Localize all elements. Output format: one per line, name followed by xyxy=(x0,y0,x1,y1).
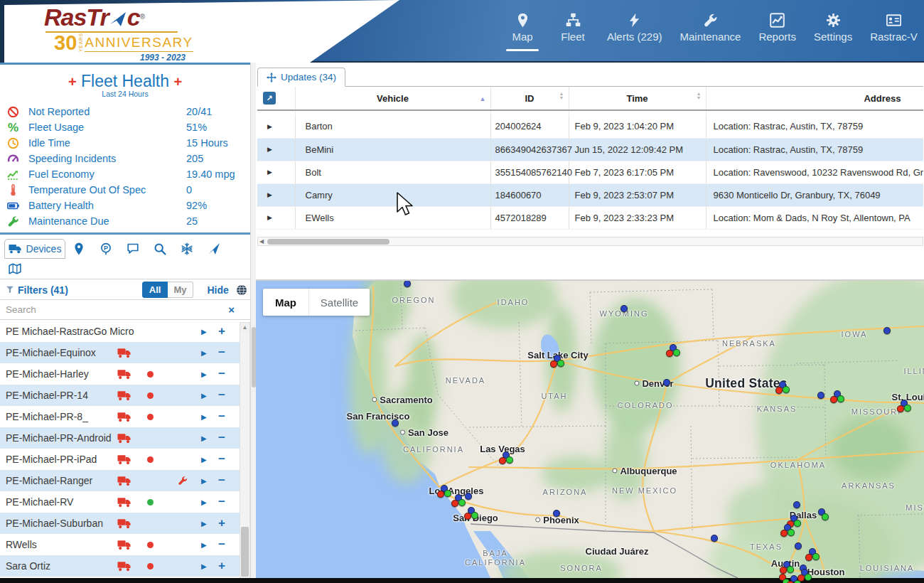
device-row[interactable]: PE-Michael-Suburban ▶ + xyxy=(0,513,240,534)
map-type-satellite-button[interactable]: Satellite xyxy=(308,289,370,316)
search-input[interactable] xyxy=(6,304,228,315)
device-row[interactable]: PE-Michael-RV ▶ − xyxy=(0,491,240,513)
snowflake-tool-icon[interactable] xyxy=(181,242,193,255)
device-expand-arrow[interactable]: ▶ xyxy=(201,349,207,357)
globe-icon[interactable] xyxy=(236,284,247,296)
update-row[interactable]: ▶ BeMini 866349042637367 Jun 15, 2022 12… xyxy=(257,138,923,161)
fleet-health-stat-row[interactable]: Maintenance Due 25 xyxy=(0,213,250,229)
nav-item-reports[interactable]: Reports xyxy=(758,13,796,51)
device-expand-arrow[interactable]: ▶ xyxy=(201,562,207,570)
nav-item-rastrac-v[interactable]: Rastrac-V xyxy=(870,13,918,51)
device-row[interactable]: PE Michael-RastracGo Micro ▶ + xyxy=(0,321,240,342)
fleet-health-stat-row[interactable]: Idle Time 15 Hours xyxy=(0,135,250,151)
fleet-health-stat-row[interactable]: Not Reported 20/41 xyxy=(0,104,250,119)
device-expand-arrow[interactable]: ▶ xyxy=(201,370,207,378)
fleet-health-stat-row[interactable]: Temperature Out Of Spec 0 xyxy=(0,182,250,198)
clear-search-button[interactable]: × xyxy=(228,304,235,316)
device-expand-arrow[interactable]: ▶ xyxy=(201,477,207,485)
map-tool-icon[interactable] xyxy=(9,262,21,275)
device-list-scrollbar[interactable]: ▲ xyxy=(240,322,250,579)
device-name: PE-Michael-PR-Android xyxy=(6,432,112,444)
device-toggle-button[interactable]: − xyxy=(215,474,228,488)
nav-item-alerts[interactable]: Alerts (229) xyxy=(607,13,662,51)
nav-item-map[interactable]: Map xyxy=(506,13,539,51)
nav-item-maintenance[interactable]: Maintenance xyxy=(680,13,741,51)
device-row[interactable]: PE-Michael-PR-Android ▶ − xyxy=(0,427,240,449)
row-expand-arrow[interactable]: ▶ xyxy=(257,138,295,161)
sort-icon[interactable]: ▲▼ xyxy=(697,92,702,100)
row-expand-arrow[interactable]: ▶ xyxy=(257,183,295,206)
scrollbar-thumb[interactable] xyxy=(267,239,390,245)
update-row[interactable]: ▶ Camry 184600670 Feb 9, 2023 2:53:07 PM… xyxy=(257,183,923,206)
device-row[interactable]: Sara Ortiz ▶ + xyxy=(0,555,240,577)
device-toggle-button[interactable]: + xyxy=(215,324,228,338)
update-row[interactable]: ▶ Bolt 355154085762140 Feb 7, 2023 6:17:… xyxy=(257,161,923,183)
row-expand-arrow[interactable]: ▶ xyxy=(257,115,295,138)
column-header-address[interactable]: Address xyxy=(706,87,923,110)
device-row[interactable]: PE-Michael-Harley ▶ − xyxy=(0,363,240,385)
device-expand-arrow[interactable]: ▶ xyxy=(201,392,207,400)
navigate-tool-icon[interactable] xyxy=(208,242,220,255)
device-row[interactable]: RWells ▶ − xyxy=(0,534,240,555)
device-row[interactable]: PE-Michael-Equinox ▶ − xyxy=(0,342,240,363)
device-toggle-button[interactable]: − xyxy=(215,495,228,509)
filter-all-button[interactable]: All xyxy=(142,282,168,298)
nav-item-settings[interactable]: Settings xyxy=(814,13,852,51)
row-expand-arrow[interactable]: ▶ xyxy=(257,206,295,229)
row-expand-arrow[interactable]: ▶ xyxy=(257,161,295,183)
device-toggle-button[interactable]: + xyxy=(215,559,228,573)
device-toggle-button[interactable]: − xyxy=(215,431,228,445)
device-expand-arrow[interactable]: ▶ xyxy=(201,541,207,549)
cell-address: 9630 Monticello Dr, Granbury, TX, 76049 xyxy=(706,183,923,206)
column-header-id[interactable]: ID▲▼ xyxy=(490,87,569,110)
chat-tool-icon[interactable] xyxy=(127,242,139,255)
device-row[interactable]: PE-Michael-PR-iPad ▶ − xyxy=(0,449,240,470)
fleet-health-stat-row[interactable]: Fleet Usage 51% xyxy=(0,119,250,135)
filter-my-button[interactable]: My xyxy=(168,282,193,298)
sort-asc-icon[interactable]: ▲ xyxy=(480,95,486,102)
device-toggle-button[interactable]: − xyxy=(215,388,228,402)
device-row[interactable]: PE-Michael-Ranger ▶ − xyxy=(0,470,240,491)
hide-button[interactable]: Hide xyxy=(208,284,229,296)
update-row[interactable]: ▶ Barton 204002624 Feb 9, 2023 1:04:20 P… xyxy=(257,115,923,138)
brand-years-number: 30 xyxy=(54,33,77,52)
expand-all-button[interactable]: ↗ xyxy=(263,92,276,105)
device-row[interactable]: PE-Michael-PR-8_ ▶ − xyxy=(0,406,240,427)
device-expand-arrow[interactable]: ▶ xyxy=(201,328,207,336)
scroll-left-button[interactable]: ◀ xyxy=(259,238,264,245)
device-expand-arrow[interactable]: ▶ xyxy=(201,413,207,421)
update-row[interactable]: ▶ EWells 4572018289 Feb 9, 2023 2:33:23 … xyxy=(257,206,923,229)
fleet-health-stat-row[interactable]: Speeding Incidents 205 xyxy=(0,151,250,166)
tab-updates[interactable]: Updates (34) xyxy=(257,68,345,87)
fleet-health-stat-row[interactable]: Battery Health 92% xyxy=(0,198,250,213)
column-header-vehicle[interactable]: Vehicle▲ xyxy=(295,87,490,110)
scrollbar-thumb[interactable] xyxy=(241,527,249,577)
device-toggle-button[interactable]: − xyxy=(215,410,228,424)
pin-tool-icon[interactable] xyxy=(72,242,85,255)
sort-icon[interactable]: ▲▼ xyxy=(559,92,564,100)
device-row[interactable]: PE-Michael-PR-14 ▶ − xyxy=(0,385,240,406)
device-name: Sara Ortiz xyxy=(6,560,50,572)
device-expand-arrow[interactable]: ▶ xyxy=(201,498,207,506)
nav-item-fleet[interactable]: Fleet xyxy=(557,13,589,51)
map-terrain xyxy=(256,281,924,583)
parking-pin-tool-icon[interactable] xyxy=(100,242,112,255)
device-toggle-button[interactable]: − xyxy=(215,452,228,466)
sidebar-scrollbar[interactable] xyxy=(250,63,256,577)
fleet-health-stat-row[interactable]: Fuel Economy 19.40 mpg xyxy=(0,166,250,182)
device-expand-arrow[interactable]: ▶ xyxy=(201,456,207,464)
scroll-up-button[interactable]: ▲ xyxy=(240,323,249,333)
brand-logo[interactable]: RasTrc® 30 YEARS ANNIVERSARY 1993 - 2023 xyxy=(44,4,229,63)
column-header-time[interactable]: Time▲▼ xyxy=(569,87,706,110)
device-expand-arrow[interactable]: ▶ xyxy=(201,520,207,528)
map-type-map-button[interactable]: Map xyxy=(263,289,308,316)
device-expand-arrow[interactable]: ▶ xyxy=(201,434,207,442)
tab-devices[interactable]: Devices xyxy=(4,239,65,259)
search-tool-icon[interactable] xyxy=(154,242,166,255)
device-toggle-button[interactable]: − xyxy=(215,346,228,360)
map-canvas[interactable]: OREGONIDAHOWYOMINGNEBRASKAIOWAILLINOISNE… xyxy=(256,279,924,583)
device-toggle-button[interactable]: − xyxy=(215,367,228,381)
device-toggle-button[interactable]: + xyxy=(215,516,228,530)
table-horizontal-scrollbar[interactable]: ◀ xyxy=(257,237,923,246)
device-toggle-button[interactable]: − xyxy=(215,537,228,552)
